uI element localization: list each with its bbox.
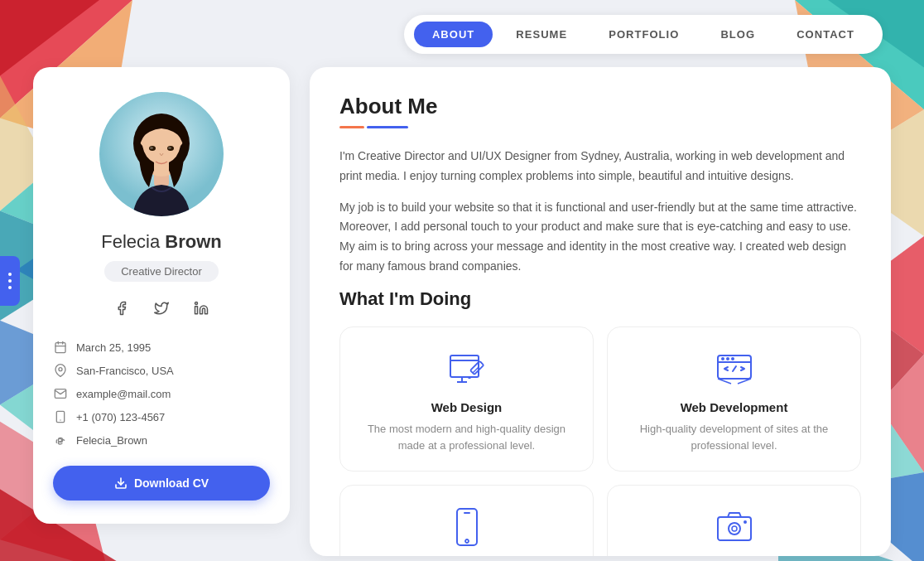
toggle-dot-3 <box>8 286 12 289</box>
nav-contact[interactable]: CONTACT <box>778 22 873 47</box>
web-design-icon <box>445 347 488 390</box>
svg-point-52 <box>726 357 729 360</box>
what-doing-title: What I'm Doing <box>339 288 861 310</box>
svg-point-63 <box>744 520 747 524</box>
services-grid: Web Design The most modern and high-qual… <box>339 326 861 556</box>
web-dev-icon <box>713 347 756 390</box>
nav-about[interactable]: ABOUT <box>414 22 493 47</box>
calendar-icon <box>53 340 68 355</box>
svg-rect-33 <box>55 343 65 353</box>
title-underline <box>339 126 861 128</box>
profile-title: Creative Director <box>104 261 219 282</box>
svg-rect-31 <box>195 307 198 314</box>
main-content: About Me I'm Creative Director and UI/UX… <box>310 67 891 556</box>
nav-links: ABOUT RESUME PORTFOLIO BLOG CONTACT <box>404 15 883 54</box>
toggle-dot-2 <box>8 279 12 283</box>
svg-point-62 <box>732 526 737 531</box>
service-mobile: Mobile Apps <box>339 485 594 556</box>
contact-email: example@mail.com <box>53 386 270 401</box>
service-web-design-desc: The most modern and high-quality design … <box>357 421 576 454</box>
contact-phone: +1 (070) 123-4567 <box>53 409 270 424</box>
svg-point-30 <box>168 147 171 149</box>
nav-resume[interactable]: RESUME <box>498 22 585 47</box>
svg-point-61 <box>729 523 740 534</box>
photography-icon <box>713 505 756 549</box>
navigation: ABOUT RESUME PORTFOLIO BLOG CONTACT <box>33 15 891 54</box>
contact-list: March 25, 1995 San-Francisco, USA <box>53 340 270 447</box>
sidebar-toggle[interactable] <box>0 256 20 306</box>
about-title: About Me <box>339 94 861 119</box>
profile-card: Felecia Brown Creative Director <box>33 67 290 524</box>
svg-point-53 <box>731 357 734 360</box>
contact-skype: Felecia_Brown <box>53 433 270 447</box>
underline-blue <box>367 126 408 128</box>
avatar <box>99 92 224 216</box>
svg-point-51 <box>721 357 724 360</box>
download-cv-button[interactable]: Download CV <box>53 466 270 501</box>
contact-location: San-Francisco, USA <box>53 363 270 378</box>
location-icon <box>53 363 68 378</box>
email-icon <box>53 386 68 401</box>
social-links <box>108 295 214 322</box>
download-icon <box>114 476 128 490</box>
underline-orange <box>339 126 364 128</box>
svg-line-54 <box>733 366 736 371</box>
service-web-design: Web Design The most modern and high-qual… <box>339 326 594 472</box>
svg-point-59 <box>465 539 469 543</box>
toggle-dot-1 <box>8 273 12 276</box>
svg-point-29 <box>150 147 153 149</box>
svg-rect-60 <box>718 517 751 540</box>
contact-birthday: March 25, 1995 <box>53 340 270 355</box>
twitter-icon[interactable] <box>148 295 175 322</box>
service-web-dev-desc: High-quality development of sites at the… <box>624 421 844 454</box>
phone-icon <box>53 409 68 424</box>
skype-icon <box>53 433 68 447</box>
service-web-design-name: Web Design <box>431 400 503 414</box>
service-web-dev-name: Web Development <box>681 400 788 414</box>
profile-name: Felecia Brown <box>101 231 222 253</box>
nav-portfolio[interactable]: PORTFOLIO <box>590 22 697 47</box>
facebook-icon[interactable] <box>108 295 135 322</box>
about-paragraph-1: I'm Creative Director and UI/UX Designer… <box>339 147 861 186</box>
svg-point-32 <box>195 302 198 305</box>
mobile-icon <box>445 505 488 549</box>
service-photography: Photography <box>607 485 861 556</box>
linkedin-icon[interactable] <box>188 295 214 322</box>
about-paragraph-2: My job is to build your website so that … <box>339 198 861 277</box>
svg-point-37 <box>59 368 62 371</box>
service-web-dev: Web Development High-quality development… <box>607 326 861 472</box>
nav-blog[interactable]: BLOG <box>702 22 773 47</box>
